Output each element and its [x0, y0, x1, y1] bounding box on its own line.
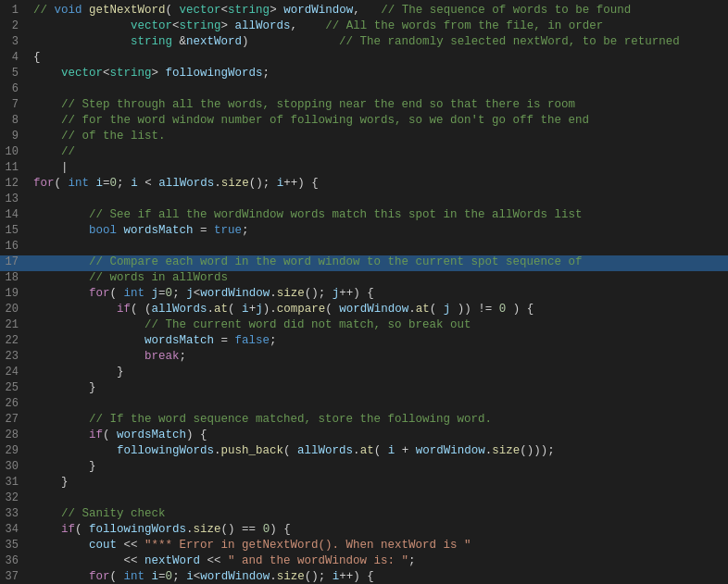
code-line: 18 // words in allWords — [0, 271, 728, 287]
token-plain: (); — [305, 570, 333, 583]
token-var: i — [152, 570, 159, 583]
token-plain: ())); — [520, 444, 555, 457]
token-plain: = — [158, 287, 166, 300]
token-type: string — [110, 67, 152, 80]
token-plain: } — [33, 460, 96, 473]
token-num: 0 — [263, 523, 270, 536]
token-plain: ( — [166, 4, 180, 17]
token-plain: { — [33, 51, 41, 64]
code-line: 29 followingWords.push_back( allWords.at… — [0, 444, 728, 460]
line-content: // Compare each word in the word window … — [28, 255, 728, 268]
token-plain: ) { — [270, 523, 291, 536]
token-cmt: // If the word sequence matched, store t… — [89, 413, 492, 426]
line-content: for( int i=0; i < allWords.size(); i++) … — [28, 177, 728, 190]
token-plain: } — [33, 476, 69, 489]
line-number: 24 — [0, 366, 28, 379]
token-type: vector — [61, 67, 103, 80]
code-line: 11 | — [0, 161, 728, 177]
line-number: 35 — [0, 539, 28, 552]
line-content: // — [28, 145, 728, 158]
line-number: 7 — [0, 98, 28, 111]
token-plain — [117, 224, 124, 237]
token-plain: << — [200, 554, 228, 567]
code-line: 34 if( followingWords.size() == 0) { — [0, 523, 728, 539]
token-plain — [82, 4, 90, 17]
token-cmt: // The current word did not match, so br… — [144, 318, 471, 331]
token-plain — [33, 19, 131, 32]
token-plain — [33, 145, 61, 158]
token-plain — [33, 161, 61, 174]
token-kw2: for — [89, 570, 110, 583]
token-plain: + — [249, 303, 257, 316]
token-plain — [33, 429, 89, 441]
token-plain: ; — [180, 350, 187, 363]
token-plain — [33, 114, 61, 127]
token-cmt: // Sanity check — [61, 507, 166, 520]
line-number: 8 — [0, 114, 28, 127]
token-cmt: // The randomly selected nextWord, to be… — [339, 35, 680, 48]
token-plain — [33, 570, 89, 583]
token-plain: ( — [110, 570, 124, 583]
line-content — [28, 397, 728, 410]
token-num: 0 — [110, 177, 118, 190]
token-plain — [33, 35, 131, 48]
token-cmt: // — [61, 145, 75, 158]
line-content: if( wordsMatch) { — [28, 429, 728, 441]
line-number: 31 — [0, 476, 28, 489]
token-plain: ; — [117, 177, 131, 190]
line-content: for( int i=0; i<wordWindow.size(); i++) … — [28, 570, 728, 583]
token-plain: ( — [75, 523, 89, 536]
code-line: 23 break; — [0, 350, 728, 366]
token-plain: = — [158, 570, 166, 583]
token-plain — [33, 350, 144, 363]
line-number: 30 — [0, 460, 28, 473]
line-content: vector<string> followingWords; — [28, 67, 728, 80]
token-cmt: // Compare each word in the word window … — [89, 255, 583, 268]
token-plain: . — [270, 287, 277, 300]
line-number: 19 — [0, 287, 28, 300]
code-line: 30 } — [0, 460, 728, 476]
line-number: 3 — [0, 35, 28, 48]
line-content: // words in allWords — [28, 271, 728, 284]
code-line: 33 // Sanity check — [0, 507, 728, 523]
token-plain — [33, 303, 117, 316]
token-plain — [33, 224, 89, 237]
token-cmt: // The sequence of words to be found — [381, 4, 631, 17]
token-plain: ; — [408, 554, 416, 567]
line-content: string &nextWord) // The randomly select… — [28, 35, 728, 48]
token-plain: () == — [221, 523, 263, 536]
token-plain: ; — [263, 67, 270, 80]
token-kw: int — [69, 177, 90, 190]
code-editor: 1// void getNextWord( vector<string> wor… — [0, 0, 728, 584]
token-fn: size — [194, 523, 221, 536]
token-var: allWords — [152, 303, 207, 316]
code-line: 12for( int i=0; i < allWords.size(); i++… — [0, 177, 728, 193]
code-line: 25 } — [0, 381, 728, 397]
token-plain: << — [33, 554, 144, 567]
token-kw2: break — [144, 350, 180, 363]
token-cmt: // All the words from the file, in order — [325, 19, 603, 32]
token-plain: ; — [270, 334, 277, 347]
token-plain — [33, 539, 89, 552]
token-plain: > — [221, 19, 235, 32]
token-plain: < — [221, 4, 229, 17]
line-number: 15 — [0, 224, 28, 237]
line-content: // void getNextWord( vector<string> word… — [28, 4, 728, 17]
token-var: i — [96, 177, 104, 190]
token-kw2: for — [33, 177, 55, 190]
line-number: 21 — [0, 318, 28, 331]
token-fn: push_back — [221, 444, 284, 457]
token-var: allWords — [158, 177, 214, 190]
token-var: followingWords — [166, 67, 263, 80]
token-plain: ++) { — [339, 287, 374, 300]
token-plain: < — [138, 177, 159, 190]
code-line: 8 // for the word window number of follo… — [0, 114, 728, 130]
token-var: allWords — [235, 19, 291, 32]
token-plain — [89, 177, 96, 190]
token-type: string — [228, 4, 270, 17]
code-line: 1// void getNextWord( vector<string> wor… — [0, 4, 728, 19]
token-plain: . — [270, 570, 277, 583]
line-content: { — [28, 51, 728, 64]
token-plain — [33, 255, 89, 268]
line-number: 34 — [0, 523, 28, 536]
